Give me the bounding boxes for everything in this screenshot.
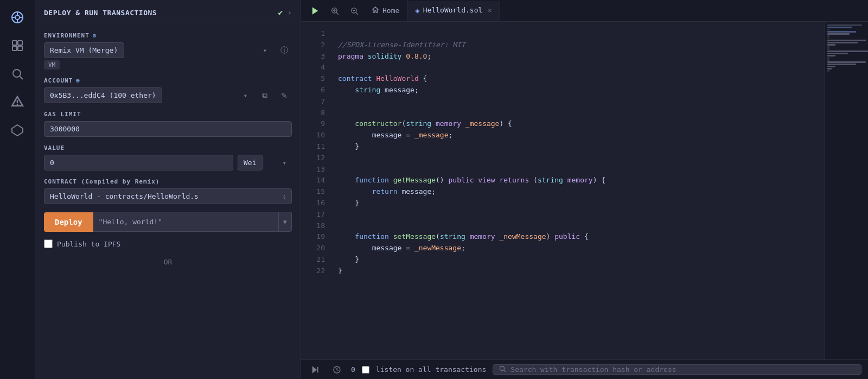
svg-rect-7 (18, 41, 22, 45)
svg-marker-21 (312, 367, 316, 372)
value-input[interactable] (44, 155, 233, 170)
svg-line-11 (20, 77, 23, 80)
svg-point-24 (500, 366, 505, 370)
title-arrow-icon: › (288, 8, 292, 17)
zoom-out-button[interactable] (344, 1, 364, 21)
code-content[interactable]: //SPDX-License-Identifier: MIT pragma so… (329, 22, 825, 359)
zoom-in-button[interactable] (325, 1, 344, 21)
home-tab-label: Home (382, 7, 399, 15)
svg-rect-6 (12, 41, 17, 45)
sidebar-item-plugins[interactable] (4, 117, 30, 143)
environment-icon: ⚙ (93, 32, 97, 39)
icon-sidebar (0, 0, 35, 379)
deploy-button[interactable]: Deploy (44, 212, 93, 232)
value-row: Wei (44, 155, 292, 170)
status-count: 0 (351, 365, 355, 374)
editor-toolbar: Home ◈ HelloWorld.sol ✕ (301, 0, 868, 22)
code-editor: 123456 789101112 131415161718 19202122 /… (301, 22, 868, 359)
file-tab-label: HelloWorld.sol (423, 6, 483, 14)
publish-row: Publish to IPFS (44, 239, 292, 248)
deploy-panel-header: DEPLOY & RUN TRANSACTIONS ✔ › (35, 0, 301, 23)
file-tab-close[interactable]: ✕ (488, 7, 492, 14)
listen-checkbox[interactable] (362, 366, 369, 374)
environment-label: ENVIRONMENT ⚙ (44, 32, 292, 39)
account-add-icon[interactable]: ⊕ (76, 77, 80, 84)
svg-marker-13 (312, 7, 318, 15)
file-tab-icon: ◈ (415, 6, 419, 15)
deploy-section: Deploy ▾ (44, 212, 292, 232)
account-copy-btn[interactable]: ⧉ (257, 88, 272, 103)
gas-limit-input[interactable] (44, 121, 292, 137)
listen-label: listen on all transactions (376, 365, 487, 374)
value-section: VALUE Wei (44, 144, 292, 170)
contract-section: CONTRACT (Compiled by Remix) HelloWorld … (44, 178, 292, 204)
sidebar-item-deploy[interactable] (4, 89, 30, 115)
svg-rect-8 (12, 46, 17, 50)
value-label: VALUE (44, 144, 292, 151)
deploy-panel-title: DEPLOY & RUN TRANSACTIONS (44, 9, 274, 17)
search-bar-icon (499, 365, 506, 374)
svg-line-15 (336, 12, 339, 15)
environment-row: Remix VM (Merge) ⓘ (44, 42, 292, 58)
run-button[interactable] (305, 1, 325, 21)
svg-line-19 (356, 12, 358, 15)
tab-file[interactable]: ◈ HelloWorld.sol ✕ (407, 1, 500, 21)
deploy-row: Deploy ▾ (44, 212, 292, 232)
line-numbers: 123456 789101112 131415161718 19202122 (301, 22, 329, 359)
or-divider: OR (44, 258, 292, 266)
environment-section: ENVIRONMENT ⚙ Remix VM (Merge) ⓘ VM (44, 32, 292, 70)
deploy-panel: DEPLOY & RUN TRANSACTIONS ✔ › ENVIRONMEN… (35, 0, 301, 379)
tab-bar: Home ◈ HelloWorld.sol ✕ (364, 1, 864, 21)
title-check-icon: ✔ (278, 8, 283, 17)
svg-marker-12 (12, 125, 23, 136)
publish-ipfs-label: Publish to IPFS (57, 240, 120, 248)
home-icon (372, 6, 379, 15)
deploy-dropdown-button[interactable]: ▾ (279, 212, 292, 232)
gas-limit-label: GAS LIMIT (44, 111, 292, 118)
account-edit-btn[interactable]: ✎ (277, 88, 292, 103)
sidebar-item-search[interactable] (4, 61, 30, 87)
svg-rect-9 (18, 46, 22, 50)
account-row: 0x5B3...eddC4 (100 ether) ⧉ ✎ (44, 87, 292, 103)
account-select[interactable]: 0x5B3...eddC4 (100 ether) (44, 87, 162, 103)
search-bar-input[interactable] (510, 365, 856, 374)
svg-point-10 (13, 70, 21, 77)
svg-line-25 (504, 370, 506, 372)
skip-icon-btn[interactable] (308, 362, 323, 377)
editor-area: Home ◈ HelloWorld.sol ✕ 123456 789101112… (301, 0, 868, 379)
status-bar: 0 listen on all transactions (301, 359, 868, 379)
publish-ipfs-checkbox[interactable] (44, 239, 53, 248)
contract-select-wrapper: HelloWorld - contracts/HelloWorld.s (44, 188, 292, 204)
sidebar-item-network[interactable] (4, 4, 30, 30)
environment-select-wrapper: Remix VM (Merge) (44, 42, 272, 58)
sidebar-item-files[interactable] (4, 33, 30, 59)
environment-select[interactable]: Remix VM (Merge) (44, 42, 124, 58)
contract-label: CONTRACT (Compiled by Remix) (44, 178, 292, 185)
clock-icon-btn[interactable] (329, 362, 344, 377)
tab-home[interactable]: Home (364, 1, 407, 21)
svg-point-1 (15, 15, 20, 20)
search-bar (493, 364, 861, 375)
environment-info-btn[interactable]: ⓘ (277, 43, 292, 58)
account-section: ACCOUNT ⊕ 0x5B3...eddC4 (100 ether) ⧉ ✎ (44, 77, 292, 103)
vm-badge: VM (44, 60, 60, 70)
account-label: ACCOUNT ⊕ (44, 77, 292, 84)
minimap (825, 22, 868, 359)
account-select-wrapper: 0x5B3...eddC4 (100 ether) (44, 87, 253, 103)
gas-limit-section: GAS LIMIT (44, 111, 292, 137)
value-unit-select[interactable]: Wei (238, 155, 263, 170)
contract-select[interactable]: HelloWorld - contracts/HelloWorld.s (44, 188, 292, 204)
deploy-args-input[interactable] (93, 212, 279, 232)
value-unit-wrapper: Wei (238, 155, 292, 170)
deploy-panel-body: ENVIRONMENT ⚙ Remix VM (Merge) ⓘ VM ACCO… (35, 23, 301, 379)
